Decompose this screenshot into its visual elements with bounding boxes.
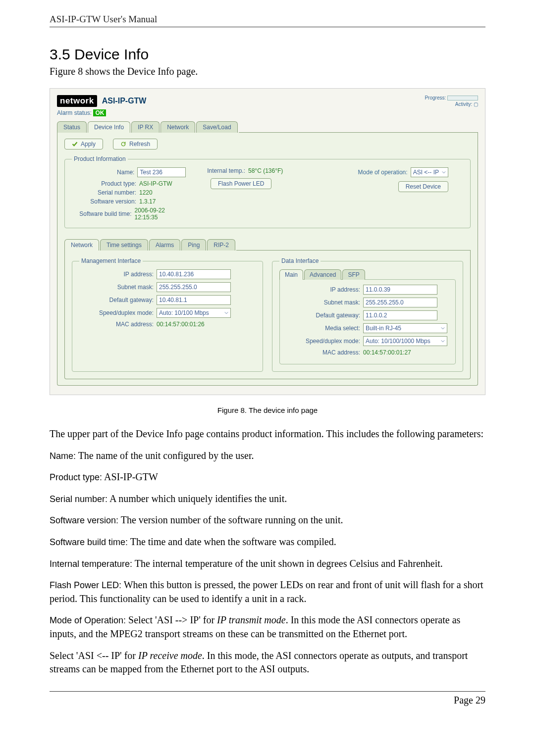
data-tab-sfp[interactable]: SFP	[342, 269, 365, 280]
data-media-select[interactable]: Built-in RJ-45	[363, 323, 447, 333]
mgmt-mac-value: 00:14:57:00:01:26	[157, 321, 205, 328]
data-speed-select[interactable]: Auto: 10/100/1000 Mbps	[363, 336, 447, 346]
product-info-legend: Product Information	[72, 155, 128, 162]
chevron-down-icon	[224, 311, 228, 315]
data-gw-label: Default gateway:	[286, 312, 363, 319]
data-interface-group: Data Interface Main Advanced SFP IP addr…	[272, 257, 463, 372]
mgmt-mask-label: Subnet mask:	[79, 284, 157, 291]
page-footer: Page 29	[50, 691, 485, 706]
product-type-value: ASI-IP-GTW	[139, 180, 172, 187]
data-gw-input[interactable]: 11.0.0.2	[363, 310, 437, 320]
swbuild-value: 2006-09-22 12:15:35	[135, 207, 186, 221]
alarm-ok-badge: OK	[93, 109, 106, 116]
data-mask-input[interactable]: 255.255.255.0	[363, 298, 437, 307]
data-mask-label: Subnet mask:	[286, 299, 363, 306]
figure-caption: Figure 8. The device info page	[50, 406, 485, 414]
tab-ping[interactable]: Ping	[181, 239, 206, 251]
data-speed-label: Speed/duplex mode:	[286, 338, 363, 345]
inner-tabstrip: Network Time settings Alarms Ping RIP-2	[64, 239, 471, 251]
mgmt-gw-label: Default gateway:	[79, 297, 157, 303]
name-input[interactable]: Test 236	[137, 167, 186, 177]
management-interface-group: Management Interface IP address: 10.40.8…	[72, 257, 263, 372]
data-mac-value: 00:14:57:00:01:27	[363, 349, 411, 356]
device-info-screenshot: network ASI-IP-GTW Progress: Activity: ▢…	[50, 88, 485, 395]
mgmt-legend: Management Interface	[79, 257, 143, 264]
mode-label: Mode of operation:	[358, 169, 408, 176]
data-tab-main[interactable]: Main	[279, 269, 303, 280]
para-swver: Software version: The version number of …	[50, 513, 485, 527]
mgmt-gw-input[interactable]: 10.40.81.1	[157, 295, 231, 305]
para-mode: Mode of Operation: Select 'ASI --> IP' f…	[50, 613, 485, 641]
mgmt-mask-input[interactable]: 255.255.255.0	[157, 282, 231, 292]
para-intemp: Internal temperature: The internal tempe…	[50, 557, 485, 571]
data-legend: Data Interface	[279, 257, 321, 264]
data-ip-input[interactable]: 11.0.0.39	[363, 285, 437, 295]
check-icon	[72, 141, 78, 147]
tab-status[interactable]: Status	[57, 121, 87, 133]
intro-text: Figure 8 shows the Device Info page.	[50, 66, 485, 77]
data-ip-label: IP address:	[286, 286, 363, 293]
mgmt-ip-label: IP address:	[79, 271, 157, 278]
progress-activity: Progress: Activity: ▢	[425, 95, 478, 107]
tab-device-info[interactable]: Device Info	[88, 121, 130, 133]
apply-button[interactable]: Apply	[64, 139, 103, 150]
para-name: Name: The name of the unit configured by…	[50, 449, 485, 463]
mgmt-speed-label: Speed/duplex mode:	[79, 309, 157, 316]
refresh-icon	[120, 141, 126, 147]
mgmt-speed-select[interactable]: Auto: 10/100 Mbps	[157, 308, 231, 318]
tab-time-settings[interactable]: Time settings	[100, 239, 148, 251]
para-swbuild: Software build time: The time and date w…	[50, 535, 485, 549]
para-flash-led: Flash Power LED: When this button is pre…	[50, 578, 485, 605]
chevron-down-icon	[441, 339, 445, 343]
product-information-group: Product Information Name: Test 236 Produ…	[64, 155, 471, 228]
mgmt-mac-label: MAC address:	[79, 321, 157, 328]
flash-power-led-button[interactable]: Flash Power LED	[211, 178, 271, 189]
page-header: ASI-IP-GTW User's Manual	[50, 14, 485, 27]
para-mode2: Select 'ASI <-- IP' for IP receive mode.…	[50, 649, 485, 676]
tab-rip2[interactable]: RIP-2	[207, 239, 235, 251]
serial-value: 1220	[139, 189, 153, 196]
para-product-type: Product type: ASI-IP-GTW	[50, 470, 485, 484]
tab-ip-rx[interactable]: IP RX	[131, 121, 160, 133]
para-serial: Serial number: A number which uniquely i…	[50, 492, 485, 506]
internal-temp-value: 58°C (136°F)	[248, 167, 283, 174]
alarm-status: Alarm status: OK	[57, 109, 478, 116]
chevron-down-icon	[441, 326, 445, 330]
mgmt-ip-input[interactable]: 10.40.81.236	[157, 269, 231, 279]
product-title: ASI-IP-GTW	[102, 97, 147, 105]
swver-label: Software version:	[72, 198, 139, 205]
tab-alarms[interactable]: Alarms	[149, 239, 180, 251]
serial-label: Serial number:	[72, 189, 139, 196]
refresh-button[interactable]: Refresh	[113, 139, 158, 150]
internal-temp-label: Internal temp.:	[191, 167, 248, 174]
product-type-label: Product type:	[72, 180, 139, 187]
data-mac-label: MAC address:	[286, 349, 363, 356]
reset-device-button[interactable]: Reset Device	[398, 181, 448, 192]
tab-network[interactable]: Network	[160, 121, 195, 133]
swver-value: 1.3.17	[139, 198, 156, 205]
mode-select[interactable]: ASI <-- IP	[411, 167, 448, 177]
name-label: Name:	[72, 169, 137, 176]
tab-inner-network[interactable]: Network	[64, 239, 99, 251]
chevron-down-icon	[442, 170, 446, 174]
swbuild-label: Software build time:	[72, 210, 135, 217]
data-media-label: Media select:	[286, 325, 363, 332]
main-tabstrip: Status Device Info IP RX Network Save/Lo…	[57, 121, 478, 133]
tab-save-load[interactable]: Save/Load	[196, 121, 237, 133]
section-heading: 3.5 Device Info	[50, 46, 485, 63]
brand-logo: network	[57, 95, 97, 107]
paragraph-intro: The upper part of the Device Info page c…	[50, 427, 485, 441]
data-tab-advanced[interactable]: Advanced	[304, 269, 341, 280]
